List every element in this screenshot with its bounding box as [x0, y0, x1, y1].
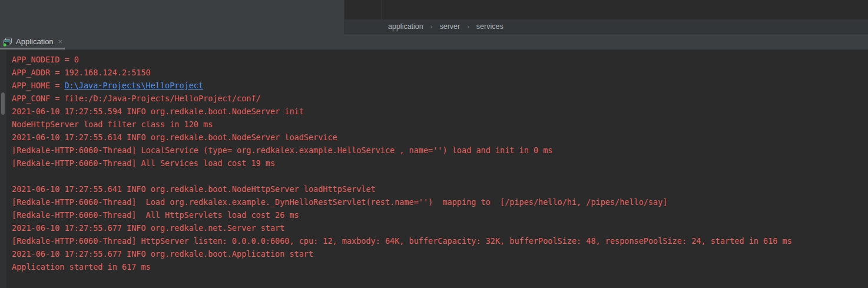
console-line: 2021-06-10 17:27:55.677 INFO org.redkale… [12, 221, 866, 234]
console-scrollbar [0, 50, 7, 288]
console-line: 2021-06-10 17:27:55.641 INFO org.redkale… [12, 183, 866, 196]
editor-strip [344, 0, 868, 19]
console-line: [Redkale-HTTP:6060-Thread] HttpServer li… [12, 234, 866, 247]
console-line: Application started in 617 ms [12, 260, 866, 273]
chevron-right-icon: › [430, 23, 433, 30]
ide-window: application › server › services Applicat… [0, 0, 868, 288]
console-line: [Redkale-HTTP:6060-Thread] All HttpServl… [12, 208, 866, 221]
console-line-prefix: APP_HOME = [12, 81, 64, 90]
editor-area: application › server › services [344, 0, 868, 34]
console-line: APP_ADDR = 192.168.124.2:5150 [12, 66, 866, 79]
console-line: 2021-06-10 17:27:55.594 INFO org.redkale… [12, 105, 866, 118]
console-line: [Redkale-HTTP:6060-Thread] Load org.redk… [12, 196, 866, 208]
console-line: 2021-06-10 17:27:55.677 INFO org.redkale… [12, 247, 866, 260]
console-line: NodeHttpServer load filter class in 120 … [12, 118, 866, 131]
breadcrumb: application › server › services [344, 19, 868, 34]
scrollbar-thumb[interactable] [1, 92, 5, 115]
top-row: application › server › services [0, 0, 868, 34]
tab-active-underline [0, 48, 65, 49]
breadcrumb-item-application[interactable]: application [387, 22, 425, 31]
editor-divider [382, 0, 382, 19]
console-line: APP_CONF = file:/D:/Java-Projects/HelloP… [12, 92, 866, 105]
console-line: [Redkale-HTTP:6060-Thread] LocalService … [12, 144, 866, 157]
console-output[interactable]: APP_NODEID = 0 APP_ADDR = 192.168.124.2:… [7, 50, 868, 288]
console-line: [Redkale-HTTP:6060-Thread] All Services … [12, 157, 866, 170]
run-console: APP_NODEID = 0 APP_ADDR = 192.168.124.2:… [0, 50, 868, 288]
tab-application[interactable]: Application × [0, 34, 68, 49]
console-line: APP_HOME = D:\Java-Projects\HelloProject [12, 79, 866, 92]
breadcrumb-item-services[interactable]: services [475, 22, 505, 31]
file-path-link[interactable]: D:\Java-Projects\HelloProject [64, 81, 203, 90]
run-console-icon [3, 37, 12, 47]
tool-window-header-empty [0, 0, 344, 34]
console-line: 2021-06-10 17:27:55.614 INFO org.redkale… [12, 131, 866, 144]
chevron-right-icon: › [467, 23, 469, 30]
console-line: APP_NODEID = 0 [12, 53, 866, 66]
run-tab-bar: Application × [0, 34, 868, 50]
close-icon[interactable]: × [57, 37, 64, 46]
breadcrumb-item-server[interactable]: server [438, 22, 461, 31]
tab-title: Application [16, 37, 54, 46]
console-line-blank [12, 170, 866, 183]
